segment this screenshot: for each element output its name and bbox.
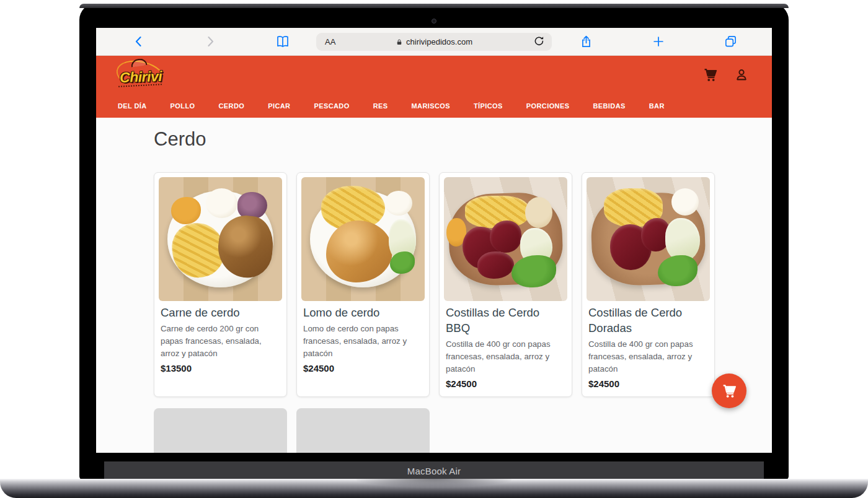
browser-screen: AA chirivipedidos.com bbox=[96, 28, 772, 453]
macbook-mockup: AA chirivipedidos.com bbox=[0, 0, 868, 498]
user-icon bbox=[733, 67, 750, 83]
product-photo-bbq-ribs-tray bbox=[444, 177, 567, 301]
nav-item-bebidas[interactable]: BEBIDAS bbox=[593, 102, 625, 110]
header-actions bbox=[702, 66, 750, 83]
bookmarks-button[interactable] bbox=[275, 34, 290, 49]
page-title: Cerdo bbox=[154, 128, 772, 151]
url-text: chirivipedidos.com bbox=[406, 37, 472, 46]
forward-button[interactable] bbox=[203, 35, 217, 48]
nav-item-cerdo[interactable]: CERDO bbox=[219, 102, 245, 110]
device-label: MacBook Air bbox=[407, 466, 461, 476]
tabs-overview-button[interactable] bbox=[724, 35, 738, 49]
product-description: Costilla de 400 gr con papas francesas, … bbox=[446, 338, 565, 375]
product-photo-pork-loin-plate bbox=[301, 177, 425, 301]
address-bar[interactable]: AA chirivipedidos.com bbox=[316, 33, 552, 51]
tabs-icon bbox=[724, 35, 738, 49]
product-card-costillas-bbq[interactable]: Costillas de Cerdo BBQ Costilla de 400 g… bbox=[439, 172, 572, 397]
reload-button[interactable] bbox=[533, 35, 546, 50]
floating-cart-button[interactable] bbox=[712, 374, 746, 408]
laptop-bezel: AA chirivipedidos.com bbox=[79, 4, 789, 480]
brand-name: Chirivi bbox=[120, 68, 162, 85]
text-size-button[interactable]: AA bbox=[325, 37, 335, 46]
product-name: Lomo de cerdo bbox=[303, 305, 423, 321]
laptop-hinge-bar: MacBook Air bbox=[104, 461, 764, 480]
plus-icon bbox=[652, 35, 665, 48]
product-card-lomo-de-cerdo[interactable]: Lomo de cerdo Lomo de cerdo con papas fr… bbox=[296, 172, 430, 397]
back-chevron-icon bbox=[132, 35, 146, 48]
cart-button[interactable] bbox=[702, 66, 719, 83]
product-price: $13500 bbox=[161, 363, 280, 374]
webcam-dot bbox=[432, 19, 436, 24]
product-name: Carne de cerdo bbox=[161, 305, 280, 321]
nav-item-pescado[interactable]: PESCADO bbox=[314, 102, 349, 110]
nav-item-porciones[interactable]: PORCIONES bbox=[526, 102, 570, 110]
share-icon bbox=[579, 35, 593, 49]
product-photo-golden-ribs-tray bbox=[587, 177, 710, 301]
product-photo-pork-meat-plate bbox=[159, 177, 282, 301]
product-card-carne-de-cerdo[interactable]: Carne de cerdo Carne de cerdo 200 gr con… bbox=[154, 172, 287, 397]
product-price: $24500 bbox=[588, 378, 708, 389]
category-nav: DEL DÍA POLLO CERDO PICAR PESCADO RES MA… bbox=[96, 94, 772, 118]
account-button[interactable] bbox=[733, 67, 750, 83]
product-card-costillas-doradas[interactable]: Costillas de Cerdo Doradas Costilla de 4… bbox=[582, 172, 715, 397]
nav-item-mariscos[interactable]: MARISCOS bbox=[412, 102, 450, 110]
back-button[interactable] bbox=[132, 35, 146, 48]
brand-logo[interactable]: Chirivi bbox=[115, 60, 168, 92]
brand-row: Chirivi bbox=[96, 56, 772, 94]
open-book-icon bbox=[275, 34, 290, 49]
laptop-base bbox=[0, 479, 868, 498]
product-price: $24500 bbox=[446, 378, 565, 389]
product-name: Costillas de Cerdo Doradas bbox=[588, 305, 708, 336]
url-display: chirivipedidos.com bbox=[396, 37, 472, 46]
nav-item-bar[interactable]: BAR bbox=[649, 102, 665, 110]
product-card-placeholder[interactable] bbox=[154, 408, 287, 453]
share-button[interactable] bbox=[579, 35, 593, 49]
lock-icon bbox=[396, 38, 403, 46]
product-description: Costilla de 400 gr con papas francesas, … bbox=[588, 338, 708, 375]
product-description: Lomo de cerdo con papas francesas, ensal… bbox=[303, 323, 423, 360]
nav-item-pollo[interactable]: POLLO bbox=[170, 102, 195, 110]
product-name: Costillas de Cerdo BBQ bbox=[446, 305, 565, 336]
product-price: $24500 bbox=[303, 363, 423, 374]
cart-icon bbox=[720, 382, 738, 400]
cart-icon bbox=[702, 66, 719, 83]
site-header: Chirivi bbox=[96, 56, 772, 118]
product-grid: Carne de cerdo Carne de cerdo 200 gr con… bbox=[154, 172, 715, 453]
nav-item-res[interactable]: RES bbox=[373, 102, 388, 110]
safari-toolbar: AA chirivipedidos.com bbox=[96, 28, 772, 56]
new-tab-button[interactable] bbox=[652, 35, 665, 48]
nav-item-del-dia[interactable]: DEL DÍA bbox=[118, 102, 147, 110]
reload-icon bbox=[533, 35, 546, 48]
nav-item-picar[interactable]: PICAR bbox=[268, 102, 290, 110]
product-description: Carne de cerdo 200 gr con papas francesa… bbox=[161, 323, 280, 360]
category-page: Cerdo Carne de cerdo bbox=[96, 118, 772, 453]
product-card-placeholder[interactable] bbox=[296, 408, 430, 453]
forward-chevron-icon bbox=[203, 35, 217, 48]
nav-item-tipicos[interactable]: TÍPICOS bbox=[474, 102, 503, 110]
